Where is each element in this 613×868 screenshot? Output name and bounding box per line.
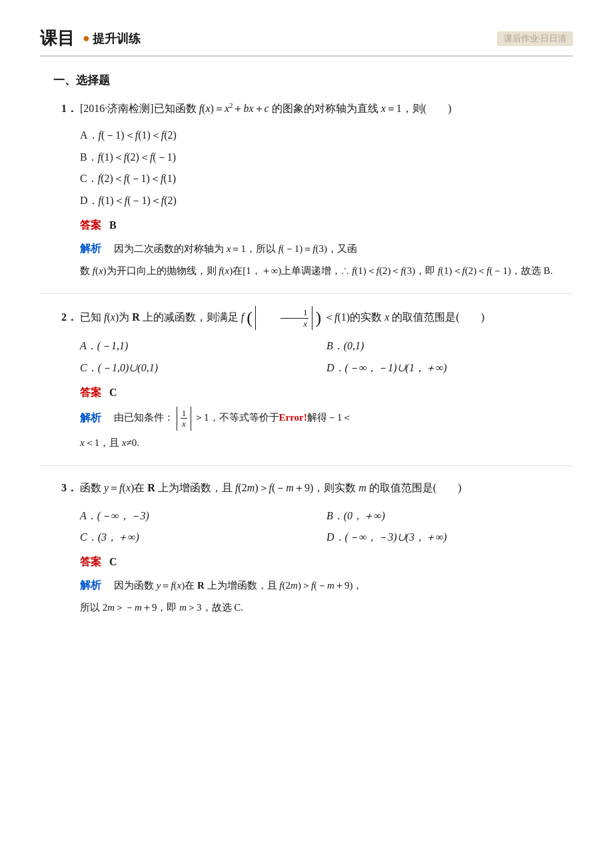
problem-1-choices: A．f(－1)＜f(1)＜f(2) B．f(1)＜f(2)＜f(－1) C．f(… [80, 126, 573, 211]
problem-1-num: 1． [61, 103, 77, 114]
choices-2-row1: A．(－1,1) B．(0,1) [80, 337, 573, 356]
fraction-2: 1 x [281, 307, 309, 329]
choices-3-row1: A．(－∞，－3) B．(0，＋∞) [80, 507, 573, 526]
fraction-num-2: 1 [281, 307, 309, 319]
analysis-label-1: 解析 [80, 243, 101, 254]
fraction-den-2: x [281, 319, 308, 329]
header-icon-circle: ● [83, 31, 90, 45]
analysis-label-3: 解析 [80, 579, 101, 591]
problem-3-analysis-line: 解析 因为函数 y＝f(x)在 R 上为增函数，且 f(2m)＞f(－m＋9)， [80, 576, 573, 595]
choice-2-B: B．(0,1) [326, 337, 573, 356]
choice-1-D: D．f(1)＜f(－1)＜f(2) [80, 191, 573, 211]
error-text-2: Error! [279, 412, 307, 423]
analysis-text-3: 因为函数 y＝f(x)在 R 上为增函数，且 f(2m)＞f(－m＋9)， [104, 580, 362, 591]
problem-3: 3． 函数 y＝f(x)在 R 上为增函数，且 f(2m)＞f(－m＋9)，则实… [40, 478, 573, 617]
problem-2-num: 2． [61, 311, 77, 323]
choice-1-B: B．f(1)＜f(2)＜f(－1) [80, 148, 573, 167]
answer-value-2: C [109, 387, 117, 398]
analysis-text-1: 因为二次函数的对称轴为 x＝1，所以 f(－1)＝f(3)，又函 [104, 243, 357, 254]
problem-1: 1． [2016·济南检测]已知函数 f(x)＝x2＋bx＋c 的图象的对称轴为… [40, 99, 573, 280]
problem-2-choices: A．(－1,1) B．(0,1) C．(－1,0)∪(0,1) D．(－∞，－1… [80, 337, 573, 378]
abs-expr-2b: 1 x [177, 407, 192, 431]
choice-1-C-text: C．f(2)＜f(－1)＜f(1) [80, 169, 176, 189]
choice-3-D: D．(－∞，－3)∪(3，＋∞) [326, 528, 573, 547]
analysis-label-2: 解析 [80, 411, 101, 423]
fraction-num-2b: 1 [181, 408, 188, 419]
answer-label-1: 答案 [80, 219, 101, 231]
fraction-den-2b: x [181, 419, 187, 429]
choice-3-B: B．(0，＋∞) [326, 507, 573, 526]
big-paren-left-2: ( [247, 308, 253, 327]
problem-3-text: 3． 函数 y＝f(x)在 R 上为增函数，且 f(2m)＞f(－m＋9)，则实… [40, 478, 573, 498]
problem-1-analysis-block: 数 f(x)为开口向上的抛物线，则 f(x)在[1，＋∞)上单调递增，∴ f(1… [80, 261, 573, 281]
header-calligraphy: 课目 [40, 27, 75, 50]
answer-value-3: C [109, 556, 117, 567]
page-header: 课目 ● 提升训练 课后作业·日日清 [40, 27, 573, 57]
divider-1 [40, 293, 573, 294]
big-paren-right-2: ) [315, 308, 321, 327]
choice-1-C: C．f(2)＜f(－1)＜f(1) [80, 169, 573, 189]
problem-1-content: [2016·济南检测]已知函数 f(x)＝x2＋bx＋c 的图象的对称轴为直线 … [80, 103, 451, 114]
answer-label-3: 答案 [80, 556, 101, 567]
choice-2-C: C．(－1,0)∪(0,1) [80, 359, 326, 378]
problem-2-content: 已知 f(x)为 R 上的减函数，则满足 f ( 1 x ) ＜f(1)的实数 … [80, 311, 484, 323]
answer-label-2: 答案 [80, 387, 101, 398]
problem-1-text: 1． [2016·济南检测]已知函数 f(x)＝x2＋bx＋c 的图象的对称轴为… [40, 99, 573, 119]
problem-2-answer: 答案 C [80, 383, 573, 403]
choices-3-row2: C．(3，＋∞) D．(－∞，－3)∪(3，＋∞) [80, 528, 573, 547]
header-subtitle: 提升训练 [93, 31, 141, 47]
problem-3-choices: A．(－∞，－3) B．(0，＋∞) C．(3，＋∞) D．(－∞，－3)∪(3… [80, 507, 573, 548]
problem-3-num: 3． [61, 482, 77, 493]
abs-expr-2: 1 x [255, 306, 313, 330]
problem-3-answer: 答案 C [80, 553, 573, 572]
analysis-text-2: 由已知条件： 1 x ＞1，不等式等价于Error!解得－1＜ [104, 412, 352, 423]
problem-3-analysis-block: 所以 2m＞－m＋9，即 m＞3，故选 C. [80, 598, 573, 617]
header-right-text: 课后作业·日日清 [497, 31, 573, 46]
choice-3-C: C．(3，＋∞) [80, 528, 326, 547]
problem-2: 2． 已知 f(x)为 R 上的减函数，则满足 f ( 1 x ) ＜f(1)的… [40, 306, 573, 452]
divider-2 [40, 465, 573, 466]
choice-1-A: A．f(－1)＜f(1)＜f(2) [80, 126, 573, 145]
answer-value-1: B [109, 219, 117, 231]
problem-2-analysis-block: x＜1，且 x≠0. [80, 433, 573, 453]
problem-2-text: 2． 已知 f(x)为 R 上的减函数，则满足 f ( 1 x ) ＜f(1)的… [40, 306, 573, 330]
problem-1-answer: 答案 B [80, 216, 573, 235]
choice-2-D: D．(－∞，－1)∪(1，＋∞) [326, 359, 573, 378]
fraction-2b: 1 x [181, 408, 188, 429]
choice-1-B-text: B．f(1)＜f(2)＜f(－1) [80, 148, 176, 167]
choices-2-row2: C．(－1,0)∪(0,1) D．(－∞，－1)∪(1，＋∞) [80, 359, 573, 378]
problem-2-analysis-line: 解析 由已知条件： 1 x ＞1，不等式等价于Error!解得－1＜ [80, 407, 573, 431]
problem-3-content: 函数 y＝f(x)在 R 上为增函数，且 f(2m)＞f(－m＋9)，则实数 m… [80, 482, 461, 493]
choice-3-A: A．(－∞，－3) [80, 507, 326, 526]
problem-1-analysis-line: 解析 因为二次函数的对称轴为 x＝1，所以 f(－1)＝f(3)，又函 [80, 239, 573, 259]
section-title-1: 一、选择题 [53, 73, 573, 88]
choice-2-A: A．(－1,1) [80, 337, 326, 356]
choice-1-A-text: A．f(－1)＜f(1)＜f(2) [80, 126, 177, 145]
choice-1-D-text: D．f(1)＜f(－1)＜f(2) [80, 191, 177, 211]
